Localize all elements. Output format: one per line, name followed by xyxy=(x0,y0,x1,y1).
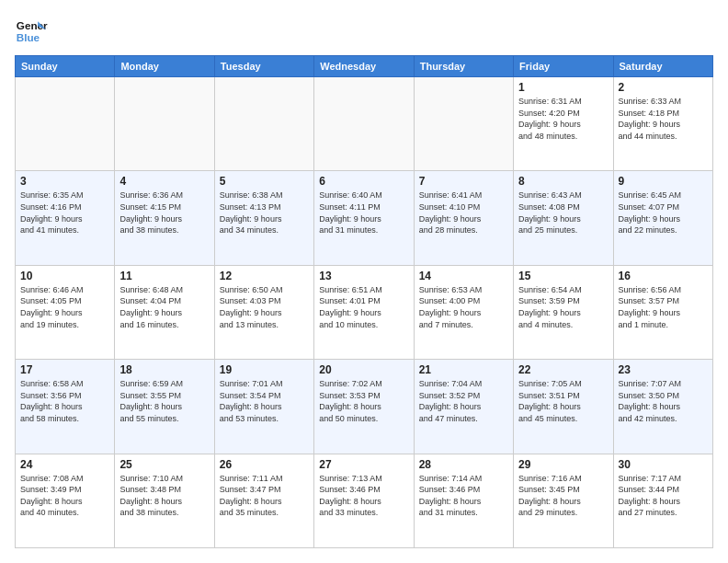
day-info: Sunrise: 6:40 AM Sunset: 4:11 PM Dayligh… xyxy=(319,190,408,236)
day-number: 14 xyxy=(419,270,508,282)
day-info: Sunrise: 7:13 AM Sunset: 3:46 PM Dayligh… xyxy=(319,473,408,519)
day-info: Sunrise: 7:16 AM Sunset: 3:45 PM Dayligh… xyxy=(518,473,608,519)
calendar-cell: 14Sunrise: 6:53 AM Sunset: 4:00 PM Dayli… xyxy=(414,265,513,359)
day-info: Sunrise: 7:10 AM Sunset: 3:48 PM Dayligh… xyxy=(119,473,209,519)
day-info: Sunrise: 6:35 AM Sunset: 4:16 PM Dayligh… xyxy=(20,190,109,236)
calendar-cell: 18Sunrise: 6:59 AM Sunset: 3:55 PM Dayli… xyxy=(115,360,214,454)
calendar-table: SundayMondayTuesdayWednesdayThursdayFrid… xyxy=(15,55,713,548)
day-number: 20 xyxy=(319,363,408,376)
calendar-cell: 16Sunrise: 6:56 AM Sunset: 3:57 PM Dayli… xyxy=(613,265,712,359)
calendar-cell: 6Sunrise: 6:40 AM Sunset: 4:11 PM Daylig… xyxy=(314,171,414,265)
calendar-cell xyxy=(314,77,414,171)
day-number: 16 xyxy=(619,270,708,282)
day-number: 11 xyxy=(119,270,209,282)
day-info: Sunrise: 6:38 AM Sunset: 4:13 PM Dayligh… xyxy=(220,190,309,236)
svg-text:General: General xyxy=(17,19,48,31)
day-number: 8 xyxy=(518,175,608,188)
day-info: Sunrise: 7:04 AM Sunset: 3:52 PM Dayligh… xyxy=(419,378,508,424)
logo-icon: General Blue xyxy=(15,15,48,48)
calendar-cell: 9Sunrise: 6:45 AM Sunset: 4:07 PM Daylig… xyxy=(613,171,712,265)
day-number: 10 xyxy=(20,270,109,282)
day-info: Sunrise: 7:08 AM Sunset: 3:49 PM Dayligh… xyxy=(20,473,109,519)
calendar-cell xyxy=(214,77,313,171)
day-number: 6 xyxy=(319,175,408,188)
day-number: 15 xyxy=(518,270,608,282)
day-number: 26 xyxy=(220,458,309,471)
day-number: 19 xyxy=(220,363,309,376)
day-number: 13 xyxy=(319,270,408,282)
svg-text:Blue: Blue xyxy=(17,31,40,43)
calendar-week-4: 24Sunrise: 7:08 AM Sunset: 3:49 PM Dayli… xyxy=(16,454,713,547)
calendar-header-sunday: Sunday xyxy=(16,56,115,77)
calendar-cell: 7Sunrise: 6:41 AM Sunset: 4:10 PM Daylig… xyxy=(414,171,513,265)
calendar-cell: 27Sunrise: 7:13 AM Sunset: 3:46 PM Dayli… xyxy=(314,454,414,547)
day-info: Sunrise: 6:31 AM Sunset: 4:20 PM Dayligh… xyxy=(518,96,608,142)
day-info: Sunrise: 6:56 AM Sunset: 3:57 PM Dayligh… xyxy=(619,284,708,330)
calendar-header-friday: Friday xyxy=(514,56,613,77)
calendar-cell: 24Sunrise: 7:08 AM Sunset: 3:49 PM Dayli… xyxy=(16,454,115,547)
calendar-cell: 19Sunrise: 7:01 AM Sunset: 3:54 PM Dayli… xyxy=(214,360,313,454)
calendar-week-1: 3Sunrise: 6:35 AM Sunset: 4:16 PM Daylig… xyxy=(16,171,713,265)
calendar-cell xyxy=(414,77,513,171)
calendar-header-wednesday: Wednesday xyxy=(314,56,414,77)
day-number: 7 xyxy=(419,175,508,188)
day-number: 9 xyxy=(619,175,708,188)
calendar-cell: 21Sunrise: 7:04 AM Sunset: 3:52 PM Dayli… xyxy=(414,360,513,454)
day-info: Sunrise: 6:53 AM Sunset: 4:00 PM Dayligh… xyxy=(419,284,508,330)
calendar-cell: 12Sunrise: 6:50 AM Sunset: 4:03 PM Dayli… xyxy=(214,265,313,359)
calendar-cell: 10Sunrise: 6:46 AM Sunset: 4:05 PM Dayli… xyxy=(16,265,115,359)
calendar-cell: 4Sunrise: 6:36 AM Sunset: 4:15 PM Daylig… xyxy=(115,171,214,265)
day-info: Sunrise: 7:14 AM Sunset: 3:46 PM Dayligh… xyxy=(419,473,508,519)
header: General Blue xyxy=(15,15,713,48)
day-number: 25 xyxy=(119,458,209,471)
day-info: Sunrise: 7:01 AM Sunset: 3:54 PM Dayligh… xyxy=(220,378,309,424)
day-number: 22 xyxy=(518,363,608,376)
day-number: 2 xyxy=(619,81,708,94)
calendar-cell: 30Sunrise: 7:17 AM Sunset: 3:44 PM Dayli… xyxy=(613,454,712,547)
calendar-cell: 13Sunrise: 6:51 AM Sunset: 4:01 PM Dayli… xyxy=(314,265,414,359)
calendar-week-2: 10Sunrise: 6:46 AM Sunset: 4:05 PM Dayli… xyxy=(16,265,713,359)
page: General Blue SundayMondayTuesdayWednesda… xyxy=(0,0,728,563)
day-number: 3 xyxy=(20,175,109,188)
calendar-cell: 3Sunrise: 6:35 AM Sunset: 4:16 PM Daylig… xyxy=(16,171,115,265)
day-number: 17 xyxy=(20,363,109,376)
calendar-cell xyxy=(115,77,214,171)
calendar-cell: 22Sunrise: 7:05 AM Sunset: 3:51 PM Dayli… xyxy=(514,360,613,454)
day-number: 12 xyxy=(220,270,309,282)
calendar-cell: 5Sunrise: 6:38 AM Sunset: 4:13 PM Daylig… xyxy=(214,171,313,265)
day-info: Sunrise: 6:51 AM Sunset: 4:01 PM Dayligh… xyxy=(319,284,408,330)
calendar-header-row: SundayMondayTuesdayWednesdayThursdayFrid… xyxy=(16,56,713,77)
day-number: 1 xyxy=(518,81,608,94)
day-number: 5 xyxy=(220,175,309,188)
day-info: Sunrise: 6:48 AM Sunset: 4:04 PM Dayligh… xyxy=(119,284,209,330)
calendar-cell: 25Sunrise: 7:10 AM Sunset: 3:48 PM Dayli… xyxy=(115,454,214,547)
day-info: Sunrise: 6:50 AM Sunset: 4:03 PM Dayligh… xyxy=(220,284,309,330)
calendar-cell: 20Sunrise: 7:02 AM Sunset: 3:53 PM Dayli… xyxy=(314,360,414,454)
day-info: Sunrise: 7:07 AM Sunset: 3:50 PM Dayligh… xyxy=(619,378,708,424)
day-info: Sunrise: 6:54 AM Sunset: 3:59 PM Dayligh… xyxy=(518,284,608,330)
day-info: Sunrise: 7:05 AM Sunset: 3:51 PM Dayligh… xyxy=(518,378,608,424)
calendar-cell: 29Sunrise: 7:16 AM Sunset: 3:45 PM Dayli… xyxy=(514,454,613,547)
day-number: 23 xyxy=(619,363,708,376)
day-info: Sunrise: 6:59 AM Sunset: 3:55 PM Dayligh… xyxy=(119,378,209,424)
day-number: 24 xyxy=(20,458,109,471)
calendar-cell: 26Sunrise: 7:11 AM Sunset: 3:47 PM Dayli… xyxy=(214,454,313,547)
calendar-cell: 15Sunrise: 6:54 AM Sunset: 3:59 PM Dayli… xyxy=(514,265,613,359)
day-number: 29 xyxy=(518,458,608,471)
calendar-cell: 2Sunrise: 6:33 AM Sunset: 4:18 PM Daylig… xyxy=(613,77,712,171)
logo: General Blue xyxy=(15,15,53,48)
day-info: Sunrise: 6:43 AM Sunset: 4:08 PM Dayligh… xyxy=(518,190,608,236)
day-number: 18 xyxy=(119,363,209,376)
calendar-cell: 1Sunrise: 6:31 AM Sunset: 4:20 PM Daylig… xyxy=(514,77,613,171)
day-info: Sunrise: 6:33 AM Sunset: 4:18 PM Dayligh… xyxy=(619,96,708,142)
day-number: 27 xyxy=(319,458,408,471)
calendar-cell: 11Sunrise: 6:48 AM Sunset: 4:04 PM Dayli… xyxy=(115,265,214,359)
calendar-week-3: 17Sunrise: 6:58 AM Sunset: 3:56 PM Dayli… xyxy=(16,360,713,454)
day-number: 4 xyxy=(119,175,209,188)
day-info: Sunrise: 7:11 AM Sunset: 3:47 PM Dayligh… xyxy=(220,473,309,519)
day-info: Sunrise: 7:17 AM Sunset: 3:44 PM Dayligh… xyxy=(619,473,708,519)
day-info: Sunrise: 6:36 AM Sunset: 4:15 PM Dayligh… xyxy=(119,190,209,236)
day-info: Sunrise: 7:02 AM Sunset: 3:53 PM Dayligh… xyxy=(319,378,408,424)
day-number: 28 xyxy=(419,458,508,471)
calendar-cell xyxy=(16,77,115,171)
